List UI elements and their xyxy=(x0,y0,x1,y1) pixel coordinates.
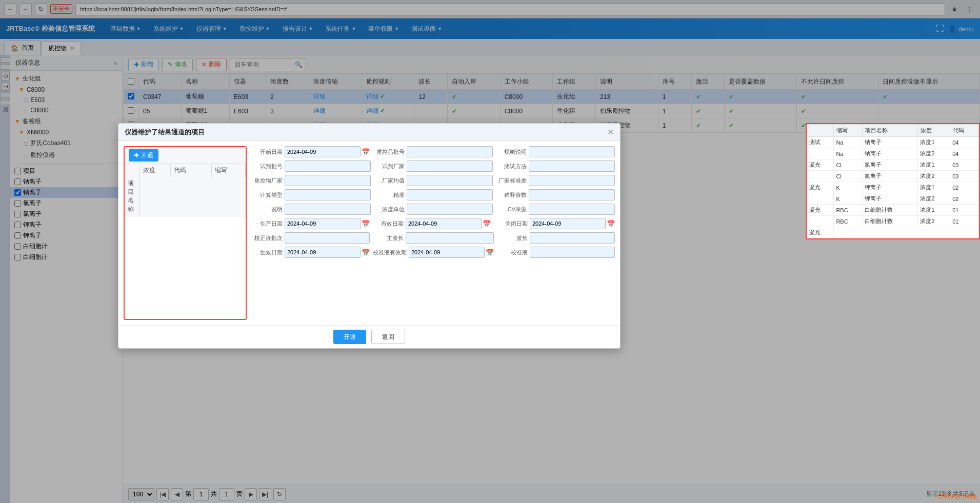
input-wl[interactable] xyxy=(530,232,615,244)
rp-cell-abbr-5: K xyxy=(834,182,863,193)
rp-cell-abbr-2: Na xyxy=(834,148,863,159)
modal-body: ✚ 开通 浓度 代码 缩写 项目名称 开始日期 xyxy=(118,141,620,325)
modal-left-panel: ✚ 开通 浓度 代码 缩写 项目名称 xyxy=(124,146,247,320)
rp-row-5[interactable]: 凝光 K 钾离子 浓度1 02 xyxy=(807,182,979,193)
modal-close-btn[interactable]: ✕ xyxy=(607,127,614,137)
input-calib-batch[interactable] xyxy=(285,232,370,244)
rp-cell-prefix-3: 凝光 xyxy=(807,159,834,171)
mth-code: 代码 xyxy=(171,164,212,177)
input-mfr-avg[interactable] xyxy=(407,175,493,186)
form-row-close-date: 关闭日期 📅 xyxy=(497,218,615,229)
rp-row-3[interactable]: 凝光 Cl 氯离子 浓度1 03 xyxy=(807,159,979,171)
form-row-test-method: 测试方法 xyxy=(496,160,615,172)
rp-cell-prefix-5: 凝光 xyxy=(807,182,834,193)
form-row-mfr-std: 厂家标准差 xyxy=(496,175,615,186)
rp-cell-prefix-2 xyxy=(807,148,834,159)
input-valid-date[interactable] xyxy=(285,247,361,258)
rp-cell-conc-8: 浓度2 xyxy=(918,216,950,227)
input-expire-date[interactable] xyxy=(406,218,482,229)
input-calc-type[interactable] xyxy=(285,189,371,200)
calendar-icon-expire[interactable]: 📅 xyxy=(483,220,491,228)
label-conc-unit: 浓度单位 xyxy=(374,206,405,213)
mth-checkbox xyxy=(125,164,140,177)
rp-row-9[interactable]: 凝光 xyxy=(807,227,979,238)
form-row-main-wl: 主波长 xyxy=(373,232,494,244)
form-row-reagent-mfr: 试剂厂家 xyxy=(374,160,493,172)
rp-cell-conc-5: 浓度1 xyxy=(918,182,950,193)
input-prod-date[interactable] xyxy=(285,218,361,229)
open-btn[interactable]: ✚ 开通 xyxy=(129,149,158,162)
input-close-date[interactable] xyxy=(530,218,606,229)
label-reagent-batch: 试剂批号 xyxy=(252,163,283,170)
rp-row-1[interactable]: 测试 Na 钠离子 浓度1 04 xyxy=(807,137,979,148)
form-row-mfr-avg: 厂家均值 xyxy=(374,175,493,186)
input-conc-unit[interactable] xyxy=(407,204,493,215)
label-calib-liquid: 校准液 xyxy=(497,249,528,256)
form-row-cv-source: CV来源 xyxy=(496,204,615,215)
rp-cell-prefix-4 xyxy=(807,171,834,182)
rp-cell-abbr-3: Cl xyxy=(834,159,863,171)
label-prod-date: 生产日期 xyxy=(252,220,283,228)
rp-row-2[interactable]: Na 钠离子 浓度2 04 xyxy=(807,148,979,159)
form-row-qc-batch: 质控品批号 xyxy=(374,146,493,157)
calendar-icon-close[interactable]: 📅 xyxy=(607,220,615,228)
calendar-icon-prod[interactable]: 📅 xyxy=(362,220,370,228)
input-main-wl[interactable] xyxy=(406,232,494,244)
form-row-conc-unit: 浓度单位 xyxy=(374,204,493,215)
rp-cell-conc-3: 浓度1 xyxy=(918,159,950,171)
rp-row-4[interactable]: Cl 氯离子 浓度2 03 xyxy=(807,171,979,182)
input-test-method[interactable] xyxy=(529,160,615,172)
modal-header: 仪器维护了结果通道的项目 ✕ xyxy=(118,124,620,141)
label-qc-batch: 质控品批号 xyxy=(374,148,405,156)
input-qc-batch[interactable] xyxy=(407,146,493,157)
label-test-method: 测试方法 xyxy=(496,163,527,170)
rp-cell-code-3: 03 xyxy=(950,159,979,171)
rp-cell-code-6: 02 xyxy=(950,193,979,205)
modal-right-form: 开始日期 📅 质控品批号 规则说明 xyxy=(252,146,615,320)
calendar-icon-valid[interactable]: 📅 xyxy=(362,249,370,256)
label-wl: 波长 xyxy=(497,234,528,242)
rp-row-7[interactable]: 凝光 RBC 白细胞计数 浓度1 01 xyxy=(807,205,979,216)
right-panel: 缩写 项目名称 浓度 代码 测试 Na 钠离子 浓度1 04 Na 钠离子 xyxy=(806,123,980,239)
watermark: CSDN @小乌鱼 xyxy=(937,493,977,500)
input-cv-source[interactable] xyxy=(529,204,615,215)
footer-open-btn[interactable]: 开通 xyxy=(333,330,366,344)
rp-cell-prefix-1: 测试 xyxy=(807,137,834,148)
input-calib-valid[interactable] xyxy=(409,247,485,258)
calendar-icon-calib-valid[interactable]: 📅 xyxy=(486,249,494,256)
label-calib-valid: 校准液有效期 xyxy=(373,249,407,256)
rp-cell-name-7: 白细胞计数 xyxy=(863,205,918,216)
form-row-wl: 波长 xyxy=(497,232,615,244)
rp-cell-abbr-7: RBC xyxy=(834,205,863,216)
rp-cell-prefix-8 xyxy=(807,216,834,227)
rp-cell-code-2: 04 xyxy=(950,148,979,159)
input-rule-desc[interactable] xyxy=(529,146,615,157)
input-start-date[interactable] xyxy=(285,146,361,157)
rp-row-6[interactable]: K 钾离子 浓度2 02 xyxy=(807,193,979,205)
label-start-date: 开始日期 xyxy=(252,148,283,156)
rp-cell-prefix-7: 凝光 xyxy=(807,205,834,216)
label-qc-mfr: 质控物厂家 xyxy=(252,177,283,185)
rp-cell-conc-1: 浓度1 xyxy=(918,137,950,148)
rp-cell-abbr-8: RBC xyxy=(834,216,863,227)
input-mfr-std[interactable] xyxy=(529,175,615,186)
rp-cell-code-5: 02 xyxy=(950,182,979,193)
label-reagent-mfr: 试剂厂家 xyxy=(374,163,405,170)
rp-row-8[interactable]: RBC 白细胞计数 浓度2 01 xyxy=(807,216,979,227)
form-row-start-date: 开始日期 📅 xyxy=(252,146,371,157)
rp-cell-conc-6: 浓度2 xyxy=(918,193,950,205)
mth-conc: 浓度 xyxy=(140,164,171,177)
rp-th-abbr: 缩写 xyxy=(834,125,863,137)
input-desc[interactable] xyxy=(285,204,371,215)
input-qc-mfr[interactable] xyxy=(285,175,371,186)
footer-back-btn[interactable]: 返回 xyxy=(371,330,405,344)
calendar-icon-start[interactable]: 📅 xyxy=(362,148,370,156)
form-row-calc-type: 计算类型 xyxy=(252,189,371,200)
label-mfr-avg: 厂家均值 xyxy=(374,177,405,185)
input-reagent-mfr[interactable] xyxy=(407,160,493,172)
input-precision[interactable] xyxy=(407,189,493,200)
input-reagent-batch[interactable] xyxy=(285,160,371,172)
input-calib-liquid[interactable] xyxy=(530,247,615,258)
mth-name: 项目名称 xyxy=(125,177,140,216)
input-dilution[interactable] xyxy=(529,189,615,200)
